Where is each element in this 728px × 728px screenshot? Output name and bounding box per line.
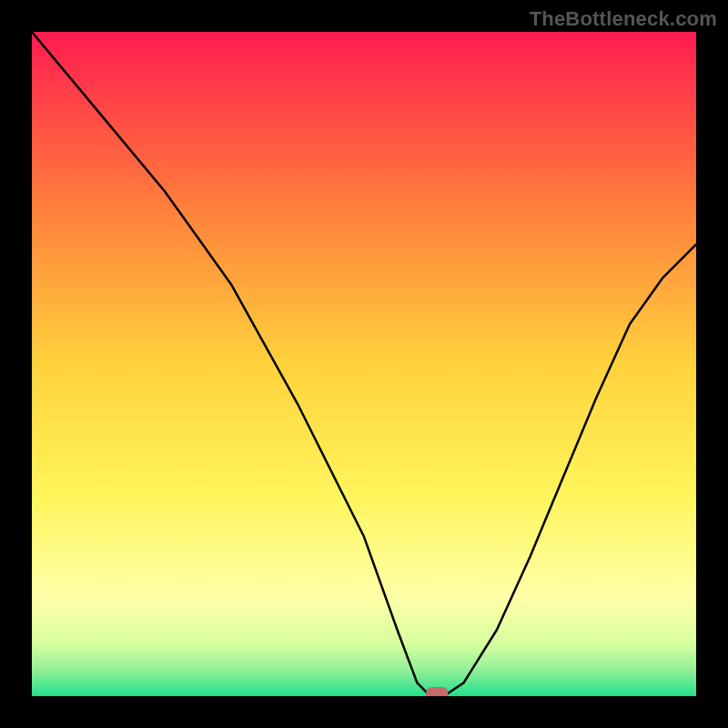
optimum-marker [426, 687, 448, 696]
plot-area [32, 32, 696, 696]
gradient-background [32, 32, 696, 696]
watermark-text: TheBottleneck.com [530, 7, 717, 31]
chart-svg [32, 32, 696, 696]
chart-container: TheBottleneck.com [0, 0, 728, 728]
